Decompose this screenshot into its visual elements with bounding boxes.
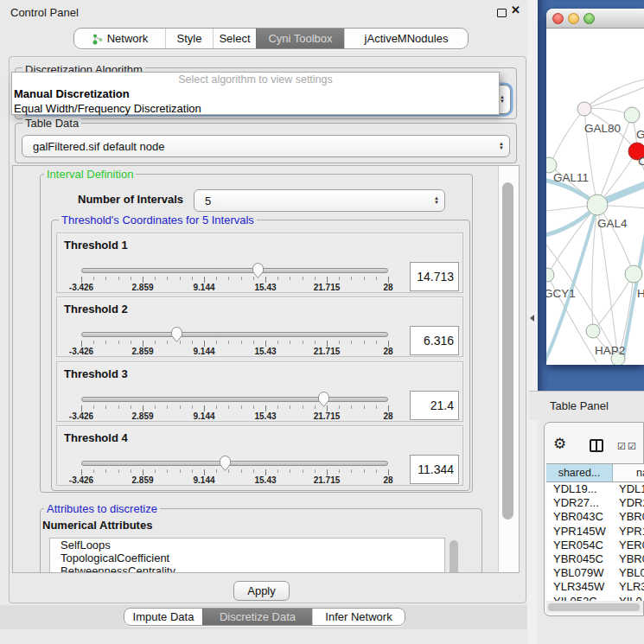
slider-thumb[interactable] [252, 262, 265, 279]
slider-tick [277, 341, 278, 344]
threshold-label: Threshold 4 [64, 431, 128, 444]
network-icon [92, 33, 104, 45]
slider-tick [253, 469, 254, 473]
slider-tick [290, 405, 290, 409]
slider-tick [376, 469, 377, 473]
minimize-traffic-light[interactable] [568, 13, 579, 24]
dropdown-item[interactable]: Equal Width/Frequency Discretization [12, 102, 499, 117]
split-divider[interactable] [527, 0, 538, 644]
cell-shared-name: YBR043C [553, 510, 603, 523]
tab-cyni-toolbox[interactable]: Cyni Toolbox [256, 29, 344, 48]
slider-track[interactable] [81, 461, 388, 466]
threshold-value-field[interactable]: 6.316 [410, 326, 459, 355]
network-node-green[interactable] [546, 268, 554, 282]
table-row[interactable]: YBR045CYBR0 [546, 552, 644, 566]
combo-arrows-icon: ▲▼ [499, 142, 504, 150]
slider-tick [228, 277, 229, 280]
slider-track[interactable] [81, 332, 388, 337]
network-node-green[interactable] [586, 324, 600, 338]
network-window-titlebar[interactable] [546, 9, 644, 29]
tab-select[interactable]: Select [213, 29, 256, 48]
zoom-traffic-light[interactable] [583, 13, 595, 24]
close-icon[interactable]: ✕ [511, 3, 520, 16]
table-row[interactable]: YBL079WYBL0 [546, 566, 644, 580]
apply-button[interactable]: Apply [233, 581, 290, 601]
table-data-combobox[interactable]: galFiltered.sif default node ▲▼ [22, 135, 510, 157]
network-edge[interactable] [584, 79, 644, 109]
slider-tick [81, 405, 82, 411]
slider-tick [339, 405, 340, 409]
attribute-item[interactable]: BetweennessCentrality [50, 564, 444, 573]
attribute-item[interactable]: TopologicalCoefficient [50, 552, 444, 564]
tab-infer-network[interactable]: Infer Network [312, 609, 405, 625]
network-node-green[interactable] [625, 265, 642, 283]
dropdown-item[interactable]: Manual Discretization [12, 87, 499, 102]
table-panel-title: Table Panel [550, 399, 609, 412]
table-row[interactable]: YPR145WYPR1 [546, 525, 644, 539]
tab-discretize-data[interactable]: Discretize Data [202, 609, 312, 625]
slider-tick [290, 277, 290, 280]
tab-style[interactable]: Style [165, 29, 213, 48]
table-row[interactable]: YDL19...YDL1 [546, 482, 644, 496]
network-node-green[interactable] [624, 107, 640, 123]
network-edge[interactable] [584, 86, 644, 109]
slider-tick [167, 405, 168, 409]
network-edge[interactable] [547, 205, 597, 275]
slider-tick [155, 277, 156, 280]
slider-tick [376, 405, 377, 409]
gear-icon[interactable]: ⚙ [553, 435, 566, 453]
checkbox-icon[interactable]: ☑ [617, 441, 626, 452]
slider-track[interactable] [81, 397, 388, 402]
table-row[interactable]: YER054CYER0 [546, 539, 644, 552]
slider-tick [93, 405, 94, 409]
slider-tick-label: 21.715 [314, 411, 341, 421]
slider-tick [204, 341, 205, 347]
threshold-label: Threshold 1 [64, 239, 128, 252]
network-edge[interactable] [550, 109, 584, 165]
float-window-icon[interactable] [497, 9, 507, 17]
slider-tick-label: 28 [383, 283, 392, 292]
network-node-green[interactable] [587, 194, 608, 215]
slider-tick [364, 469, 365, 473]
slider-tick [339, 469, 340, 473]
slider-tick [315, 277, 316, 280]
tab-jactivemnodules[interactable]: jActiveMNodules [344, 29, 468, 48]
tab-impute-data[interactable]: Impute Data [124, 609, 202, 625]
network-node-pink[interactable] [577, 102, 591, 116]
column-header-name[interactable]: na [613, 464, 644, 481]
combo-arrows-icon: ▲▼ [500, 95, 505, 104]
split-columns-icon[interactable] [590, 439, 603, 452]
slider-thumb[interactable] [170, 326, 183, 343]
table-row[interactable]: YBR043CYBR0 [546, 510, 644, 524]
network-node-label: GAL11 [553, 171, 589, 184]
number-of-intervals-spinner[interactable]: 5 ▲▼ [194, 189, 445, 212]
cell-shared-name: YER054C [553, 539, 603, 552]
numerical-attributes-list[interactable]: SelfLoopsTopologicalCoefficientBetweenne… [49, 538, 445, 573]
slider-track[interactable] [81, 268, 388, 273]
slider-tick-label: 28 [383, 347, 392, 356]
settings-scrollbar-thumb[interactable] [502, 182, 513, 520]
numerical-attributes-label: Numerical Attributes [42, 519, 152, 532]
network-node-label: GAL80 [584, 122, 621, 135]
slider-tick [93, 469, 94, 473]
checkbox-icon[interactable]: ☑ [628, 441, 636, 452]
slider-thumb[interactable] [219, 455, 232, 472]
attributes-list-scrollbar[interactable] [450, 540, 458, 573]
slider-tick [155, 341, 156, 344]
column-header-shared-name[interactable]: shared... [546, 464, 613, 481]
table-row[interactable]: YDR27...YDR2 [546, 496, 644, 510]
threshold-value-field[interactable]: 11.344 [410, 455, 459, 484]
tab-network[interactable]: Network [74, 29, 165, 48]
table-hscroll-thumb[interactable] [548, 603, 640, 611]
table-row[interactable]: YIL052CYIL0 [546, 595, 644, 601]
attribute-item[interactable]: SelfLoops [50, 539, 444, 552]
threshold-panel: Threshold 1-3.4262.8599.14415.4321.71528… [56, 233, 463, 293]
close-traffic-light[interactable] [552, 13, 564, 24]
threshold-value-field[interactable]: 14.713 [410, 262, 459, 291]
slider-thumb[interactable] [317, 391, 330, 408]
network-edge[interactable] [597, 205, 634, 274]
threshold-value-field[interactable]: 21.4 [410, 391, 459, 420]
slider-tick [376, 277, 377, 280]
network-canvas[interactable]: GAL80GACGAL11GAL4GCY1HHAP2 [546, 29, 644, 365]
table-row[interactable]: YLR345WYLR3 [546, 580, 644, 594]
